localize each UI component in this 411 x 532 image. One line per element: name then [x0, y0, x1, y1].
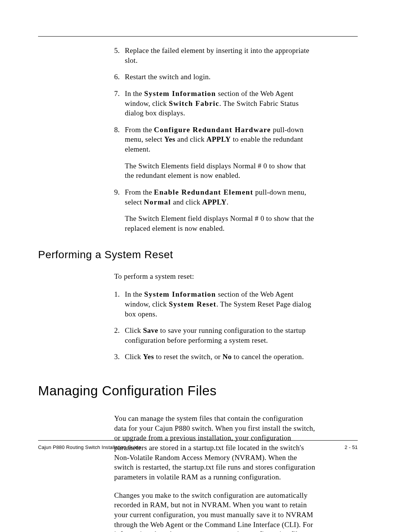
page-footer: Cajun P880 Routing Switch Installation G…: [38, 440, 358, 450]
bold-term: Yes: [143, 353, 154, 361]
heading-managing-config-files: Managing Configuration Files: [38, 383, 358, 398]
text-run: and click: [171, 198, 202, 206]
text-run: The Switch Element field displays Normal…: [125, 214, 314, 232]
page-body: 5.Replace the failed element by insertin…: [38, 36, 358, 532]
body-paragraph: Changes you make to the switch configura…: [114, 490, 316, 532]
bold-term: System Reset: [169, 300, 216, 308]
list-marker: 5.: [114, 46, 120, 56]
bold-term: No: [223, 353, 232, 361]
footer-rule: [38, 440, 358, 441]
bold-term: APPLY: [207, 135, 231, 143]
bold-term: Enable Redundant Element: [154, 188, 253, 196]
list-item: 3.Click Yes to reset the switch, or No t…: [114, 352, 316, 362]
top-rule: [38, 36, 358, 37]
bold-term: Configure Redundant Hardware: [154, 126, 271, 134]
list-item-paragraph: The Switch Element field displays Normal…: [125, 214, 316, 233]
list-item-paragraph: From the Configure Redundant Hardware pu…: [125, 125, 316, 154]
list-item-paragraph: In the System Information section of the…: [125, 289, 316, 319]
list-item: 9.From the Enable Redundant Element pull…: [114, 187, 316, 233]
text-run: In the: [125, 89, 144, 97]
text-run: to cancel the operation.: [232, 353, 304, 361]
text-run: From the: [125, 126, 154, 134]
text-run: In the: [125, 290, 144, 298]
list-item-paragraph: The Switch Elements field displays Norma…: [125, 161, 316, 181]
text-run: The Switch Elements field displays Norma…: [125, 162, 306, 180]
list-item: 5.Replace the failed element by insertin…: [114, 46, 316, 65]
list-item: 6.Restart the switch and login.: [114, 72, 316, 82]
footer-page-number: 2 - 51: [345, 444, 358, 450]
procedure-steps-continued: 5.Replace the failed element by insertin…: [114, 46, 316, 233]
list-marker: 3.: [114, 352, 120, 362]
list-marker: 9.: [114, 187, 120, 197]
text-run: to reset the switch, or: [154, 353, 223, 361]
list-item-paragraph: Replace the failed element by inserting …: [125, 46, 316, 65]
list-item: 8.From the Configure Redundant Hardware …: [114, 125, 316, 181]
heading-system-reset: Performing a System Reset: [38, 249, 358, 261]
bold-term: Yes: [164, 135, 175, 143]
reset-intro: To perform a system reset:: [114, 272, 316, 281]
list-item: 1.In the System Information section of t…: [114, 289, 316, 319]
content-column: To perform a system reset: 1.In the Syst…: [114, 272, 316, 362]
text-run: .: [226, 198, 228, 206]
list-item-paragraph: Click Yes to reset the switch, or No to …: [125, 352, 316, 362]
list-marker: 2.: [114, 326, 120, 335]
reset-steps: 1.In the System Information section of t…: [114, 289, 316, 362]
text-run: Restart the switch and login.: [125, 73, 211, 81]
list-marker: 1.: [114, 289, 120, 299]
bold-term: System Information: [144, 89, 216, 97]
list-marker: 6.: [114, 72, 120, 82]
text-run: Click: [125, 353, 143, 361]
text-run: Click: [125, 326, 143, 334]
bold-term: APPLY: [202, 198, 226, 206]
list-item: 7.In the System Information section of t…: [114, 89, 316, 118]
bold-term: System Information: [144, 290, 216, 298]
list-marker: 7.: [114, 89, 120, 99]
list-item-paragraph: Click Save to save your running configur…: [125, 326, 316, 345]
list-item-paragraph: Restart the switch and login.: [125, 72, 316, 82]
bold-term: Switch Fabric: [169, 99, 219, 107]
list-item-paragraph: From the Enable Redundant Element pull-d…: [125, 187, 316, 207]
content-column: You can manage the system files that con…: [114, 414, 316, 532]
content-column: 5.Replace the failed element by insertin…: [114, 46, 316, 233]
list-item-paragraph: In the System Information section of the…: [125, 89, 316, 118]
list-marker: 8.: [114, 125, 120, 135]
footer-guide-title: Cajun P880 Routing Switch Installation G…: [38, 444, 141, 450]
bold-term: Save: [143, 326, 158, 334]
text-run: and click: [175, 135, 207, 143]
text-run: Replace the failed element by inserting …: [125, 46, 309, 64]
list-item: 2.Click Save to save your running config…: [114, 326, 316, 345]
bold-term: Normal: [144, 198, 171, 206]
text-run: From the: [125, 188, 154, 196]
